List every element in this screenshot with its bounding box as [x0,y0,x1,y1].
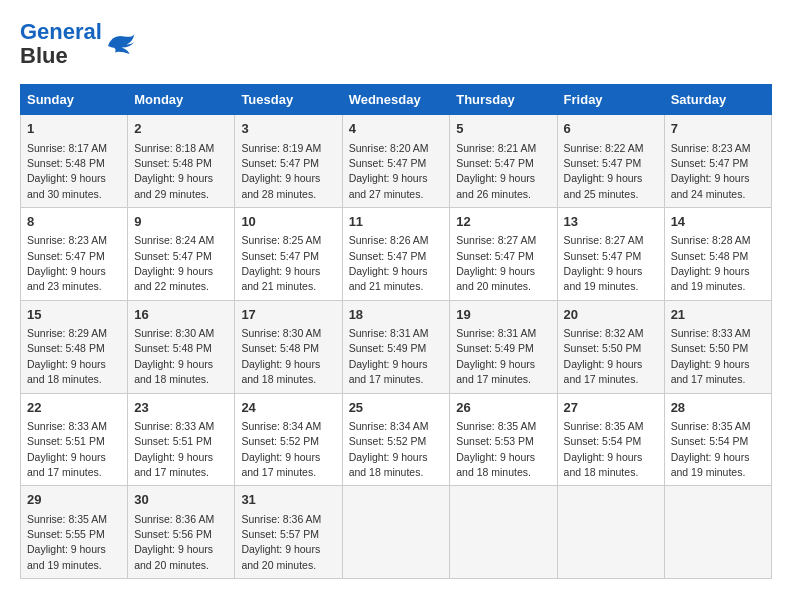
calendar-cell: 27Sunrise: 8:35 AMSunset: 5:54 PMDayligh… [557,393,664,486]
calendar-cell: 7Sunrise: 8:23 AMSunset: 5:47 PMDaylight… [664,115,771,208]
daylight: Daylight: 9 hours and 18 minutes. [134,358,213,385]
day-number: 23 [134,399,228,417]
col-header-monday: Monday [128,85,235,115]
calendar-cell: 26Sunrise: 8:35 AMSunset: 5:53 PMDayligh… [450,393,557,486]
col-header-wednesday: Wednesday [342,85,450,115]
sunrise: Sunrise: 8:27 AM [456,234,536,246]
sunrise: Sunrise: 8:35 AM [671,420,751,432]
calendar-cell: 17Sunrise: 8:30 AMSunset: 5:48 PMDayligh… [235,300,342,393]
day-number: 6 [564,120,658,138]
sunrise: Sunrise: 8:25 AM [241,234,321,246]
day-number: 19 [456,306,550,324]
sunrise: Sunrise: 8:27 AM [564,234,644,246]
logo-bird-icon [104,30,136,58]
calendar-cell: 14Sunrise: 8:28 AMSunset: 5:48 PMDayligh… [664,208,771,301]
sunset: Sunset: 5:52 PM [349,435,427,447]
daylight: Daylight: 9 hours and 20 minutes. [134,543,213,570]
calendar-cell [664,486,771,579]
sunset: Sunset: 5:47 PM [564,157,642,169]
sunrise: Sunrise: 8:33 AM [671,327,751,339]
sunrise: Sunrise: 8:33 AM [134,420,214,432]
daylight: Daylight: 9 hours and 24 minutes. [671,172,750,199]
day-number: 28 [671,399,765,417]
calendar-cell: 20Sunrise: 8:32 AMSunset: 5:50 PMDayligh… [557,300,664,393]
sunset: Sunset: 5:47 PM [27,250,105,262]
col-header-tuesday: Tuesday [235,85,342,115]
calendar-cell: 1Sunrise: 8:17 AMSunset: 5:48 PMDaylight… [21,115,128,208]
calendar-cell: 2Sunrise: 8:18 AMSunset: 5:48 PMDaylight… [128,115,235,208]
day-number: 16 [134,306,228,324]
day-number: 26 [456,399,550,417]
daylight: Daylight: 9 hours and 20 minutes. [456,265,535,292]
sunrise: Sunrise: 8:34 AM [241,420,321,432]
sunset: Sunset: 5:57 PM [241,528,319,540]
daylight: Daylight: 9 hours and 18 minutes. [349,451,428,478]
sunrise: Sunrise: 8:35 AM [27,513,107,525]
page-header: GeneralBlue [20,20,772,68]
sunrise: Sunrise: 8:23 AM [671,142,751,154]
day-number: 30 [134,491,228,509]
sunrise: Sunrise: 8:22 AM [564,142,644,154]
daylight: Daylight: 9 hours and 21 minutes. [349,265,428,292]
calendar-cell [450,486,557,579]
sunset: Sunset: 5:47 PM [349,250,427,262]
sunrise: Sunrise: 8:19 AM [241,142,321,154]
sunset: Sunset: 5:51 PM [27,435,105,447]
col-header-sunday: Sunday [21,85,128,115]
sunset: Sunset: 5:49 PM [349,342,427,354]
daylight: Daylight: 9 hours and 27 minutes. [349,172,428,199]
sunset: Sunset: 5:51 PM [134,435,212,447]
day-number: 27 [564,399,658,417]
col-header-thursday: Thursday [450,85,557,115]
sunset: Sunset: 5:48 PM [27,342,105,354]
calendar-cell: 30Sunrise: 8:36 AMSunset: 5:56 PMDayligh… [128,486,235,579]
sunset: Sunset: 5:47 PM [564,250,642,262]
day-number: 17 [241,306,335,324]
calendar-cell: 10Sunrise: 8:25 AMSunset: 5:47 PMDayligh… [235,208,342,301]
calendar-cell: 18Sunrise: 8:31 AMSunset: 5:49 PMDayligh… [342,300,450,393]
day-number: 15 [27,306,121,324]
sunset: Sunset: 5:48 PM [134,157,212,169]
sunrise: Sunrise: 8:36 AM [134,513,214,525]
daylight: Daylight: 9 hours and 29 minutes. [134,172,213,199]
calendar-cell: 19Sunrise: 8:31 AMSunset: 5:49 PMDayligh… [450,300,557,393]
sunrise: Sunrise: 8:35 AM [564,420,644,432]
daylight: Daylight: 9 hours and 23 minutes. [27,265,106,292]
day-number: 31 [241,491,335,509]
day-number: 24 [241,399,335,417]
calendar-cell: 24Sunrise: 8:34 AMSunset: 5:52 PMDayligh… [235,393,342,486]
calendar-cell: 9Sunrise: 8:24 AMSunset: 5:47 PMDaylight… [128,208,235,301]
calendar-cell: 25Sunrise: 8:34 AMSunset: 5:52 PMDayligh… [342,393,450,486]
sunset: Sunset: 5:47 PM [456,157,534,169]
calendar-cell: 28Sunrise: 8:35 AMSunset: 5:54 PMDayligh… [664,393,771,486]
calendar-cell [342,486,450,579]
day-number: 14 [671,213,765,231]
sunrise: Sunrise: 8:23 AM [27,234,107,246]
sunset: Sunset: 5:47 PM [671,157,749,169]
sunrise: Sunrise: 8:29 AM [27,327,107,339]
day-number: 10 [241,213,335,231]
sunset: Sunset: 5:49 PM [456,342,534,354]
daylight: Daylight: 9 hours and 18 minutes. [241,358,320,385]
sunset: Sunset: 5:54 PM [671,435,749,447]
sunset: Sunset: 5:56 PM [134,528,212,540]
day-number: 25 [349,399,444,417]
calendar-cell: 11Sunrise: 8:26 AMSunset: 5:47 PMDayligh… [342,208,450,301]
daylight: Daylight: 9 hours and 17 minutes. [241,451,320,478]
daylight: Daylight: 9 hours and 17 minutes. [456,358,535,385]
daylight: Daylight: 9 hours and 22 minutes. [134,265,213,292]
sunset: Sunset: 5:47 PM [134,250,212,262]
daylight: Daylight: 9 hours and 18 minutes. [564,451,643,478]
day-number: 5 [456,120,550,138]
sunrise: Sunrise: 8:24 AM [134,234,214,246]
sunrise: Sunrise: 8:32 AM [564,327,644,339]
sunrise: Sunrise: 8:28 AM [671,234,751,246]
day-number: 21 [671,306,765,324]
calendar-cell: 12Sunrise: 8:27 AMSunset: 5:47 PMDayligh… [450,208,557,301]
day-number: 11 [349,213,444,231]
sunrise: Sunrise: 8:36 AM [241,513,321,525]
daylight: Daylight: 9 hours and 17 minutes. [671,358,750,385]
sunset: Sunset: 5:50 PM [671,342,749,354]
calendar-cell: 31Sunrise: 8:36 AMSunset: 5:57 PMDayligh… [235,486,342,579]
calendar-cell: 3Sunrise: 8:19 AMSunset: 5:47 PMDaylight… [235,115,342,208]
